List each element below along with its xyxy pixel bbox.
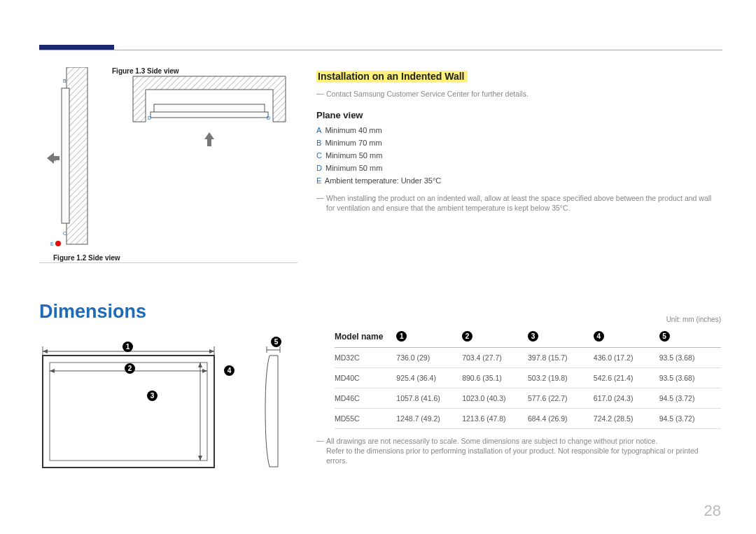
svg-rect-2: [62, 88, 69, 223]
badge-4: 4: [224, 365, 234, 376]
svg-marker-8: [47, 153, 59, 164]
figure-1-3-top-view: D D: [130, 73, 289, 153]
spec-row: B Minimum 70 mm: [316, 136, 441, 149]
badge-1: 1: [122, 342, 133, 352]
badge-5: 5: [271, 337, 281, 347]
plane-view-heading: Plane view: [316, 110, 363, 120]
svg-marker-22: [209, 349, 214, 353]
table-footnotes: All drawings are not necessarily to scal…: [316, 436, 721, 465]
spec-list: A Minimum 40 mm B Minimum 70 mm C Minimu…: [316, 124, 441, 187]
section-title-dimensions: Dimensions: [39, 301, 146, 323]
spec-row: D Minimum 50 mm: [316, 162, 441, 174]
table-row: MD55C1248.7 (49.2)1213.6 (47.8)684.4 (26…: [335, 409, 721, 429]
svg-marker-14: [204, 132, 214, 146]
svg-text:D: D: [267, 115, 270, 120]
dimensions-side-diagram: [255, 343, 294, 472]
svg-text:C: C: [63, 231, 66, 236]
table-row: MD32C736.0 (29)703.4 (27.7)397.8 (15.7)4…: [335, 348, 721, 368]
unit-label: Unit: mm (inches): [666, 316, 721, 323]
page-number: 28: [704, 502, 721, 520]
badge-2: 2: [125, 363, 135, 374]
svg-rect-11: [150, 112, 268, 118]
col-model: Model name: [335, 325, 396, 348]
header-rule: [39, 50, 722, 50]
spec-row: A Minimum 40 mm: [316, 124, 441, 136]
contact-note: Contact Samsung Customer Service Center …: [316, 90, 528, 98]
dimensions-front-diagram: [39, 343, 221, 472]
indented-wall-note: When installing the product on an indent…: [316, 193, 721, 213]
svg-text:E: E: [50, 241, 54, 246]
table-row: MD40C925.4 (36.4)890.6 (35.1)503.2 (19.8…: [335, 368, 721, 388]
indented-wall-heading: Installation on an Indented Wall: [316, 71, 468, 83]
spec-row: C Minimum 50 mm: [316, 149, 441, 162]
svg-rect-16: [50, 363, 207, 461]
svg-text:D: D: [148, 115, 151, 120]
divider-upper: [39, 262, 298, 263]
badge-3: 3: [147, 391, 158, 401]
svg-marker-21: [43, 349, 48, 353]
figure-1-2-side-view: B A C E: [38, 67, 108, 253]
dimensions-table: Model name 1 2 3 4 5 MD32C736.0 (29)703.…: [335, 325, 721, 429]
table-row: MD46C1057.8 (41.6)1023.0 (40.3)577.6 (22…: [335, 388, 721, 409]
table-header-row: Model name 1 2 3 4 5: [335, 325, 721, 348]
spec-row: E Ambient temperature: Under 35°C: [316, 174, 441, 187]
figure-1-2-caption: Figure 1.2 Side view: [53, 254, 120, 262]
svg-point-7: [55, 241, 61, 246]
svg-text:B: B: [63, 78, 66, 83]
